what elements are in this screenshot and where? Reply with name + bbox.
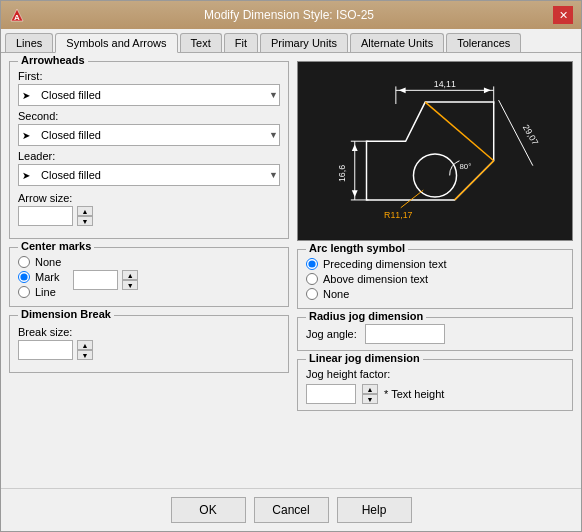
svg-text:A: A [14,13,20,22]
right-panel: 14,11 16,6 29,07 80° [297,61,573,480]
break-size-spinner-btns: ▲ ▼ [77,340,93,360]
arrow-size-up-btn[interactable]: ▲ [77,206,93,216]
svg-text:16,6: 16,6 [337,165,347,182]
preview-svg: 14,11 16,6 29,07 80° [298,62,572,240]
arc-length-group: Arc length symbol Preceding dimension te… [297,249,573,309]
break-size-down-btn[interactable]: ▼ [77,350,93,360]
arc-none-radio-row: None [306,288,564,300]
tab-alternate-units[interactable]: Alternate Units [350,33,444,52]
line-radio-label: Line [35,286,56,298]
leader-dropdown[interactable]: Closed filled [18,164,280,186]
none-radio-row: None [18,256,61,268]
leader-field-row: Leader: ➤ Closed filled ▼ [18,150,280,186]
center-marks-up-btn[interactable]: ▲ [122,270,138,280]
svg-text:14,11: 14,11 [434,79,456,89]
tabs-bar: Lines Symbols and Arrows Text Fit Primar… [1,29,581,53]
tab-text[interactable]: Text [180,33,222,52]
center-marks-inner: None Mark Line 2.5 [18,256,280,298]
linear-jog-group: Linear jog dimension Jog height factor: … [297,359,573,411]
jog-height-spinner-btns: ▲ ▼ [362,384,378,404]
break-size-row: Break size: 3.75 ▲ ▼ [18,326,280,360]
jog-angle-label: Jog angle: [306,328,357,340]
second-label: Second: [18,110,280,122]
window-title: Modify Dimension Style: ISO-25 [25,8,553,22]
break-size-label: Break size: [18,326,280,338]
arrow-size-down-btn[interactable]: ▼ [77,216,93,226]
second-dropdown[interactable]: Closed filled [18,124,280,146]
arrowheads-group-label: Arrowheads [18,54,88,66]
above-radio[interactable] [306,273,318,285]
arrow-size-spinner: 2.5 ▲ ▼ [18,206,280,226]
tab-primary-units[interactable]: Primary Units [260,33,348,52]
linear-jog-inner: Jog height factor: [306,368,564,380]
title-bar: A Modify Dimension Style: ISO-25 ✕ [1,1,581,29]
center-marks-group-label: Center marks [18,240,94,252]
arc-none-radio-label: None [323,288,349,300]
line-radio-row: Line [18,286,61,298]
arrow-size-spinner-btns: ▲ ▼ [77,206,93,226]
none-radio-label: None [35,256,61,268]
preceding-radio-label: Preceding dimension text [323,258,447,270]
none-radio[interactable] [18,256,30,268]
svg-text:80°: 80° [459,162,471,171]
break-size-input[interactable]: 3.75 [18,340,73,360]
jog-angle-input[interactable]: 45 [365,324,445,344]
cancel-button[interactable]: Cancel [254,497,329,523]
arc-none-radio[interactable] [306,288,318,300]
center-marks-group: Center marks None Mark Line [9,247,289,307]
tab-tolerances[interactable]: Tolerances [446,33,521,52]
jog-height-up-btn[interactable]: ▲ [362,384,378,394]
footer: OK Cancel Help [1,488,581,531]
mark-radio[interactable] [18,271,30,283]
preceding-radio[interactable] [306,258,318,270]
jog-height-down-btn[interactable]: ▼ [362,394,378,404]
tab-lines[interactable]: Lines [5,33,53,52]
arc-length-label: Arc length symbol [306,242,408,254]
preceding-radio-row: Preceding dimension text [306,258,564,270]
svg-text:R11,17: R11,17 [384,210,412,220]
leader-label: Leader: [18,150,280,162]
center-marks-size-wrapper: 2.5 ▲ ▼ [73,270,138,290]
dimension-break-group: Dimension Break Break size: 3.75 ▲ ▼ [9,315,289,373]
above-radio-row: Above dimension text [306,273,564,285]
first-dropdown-wrapper: ➤ Closed filled ▼ [18,84,280,106]
help-button[interactable]: Help [337,497,412,523]
main-content: Arrowheads First: ➤ Closed filled ▼ Seco… [1,53,581,488]
radius-jog-group: Radius jog dimension Jog angle: 45 [297,317,573,351]
first-dropdown[interactable]: Closed filled [18,84,280,106]
text-height-suffix: * Text height [384,388,444,400]
above-radio-label: Above dimension text [323,273,428,285]
arrow-size-row: Arrow size: 2.5 ▲ ▼ [18,192,280,226]
arrow-size-input[interactable]: 2.5 [18,206,73,226]
second-field-row: Second: ➤ Closed filled ▼ [18,110,280,146]
arrowheads-group: Arrowheads First: ➤ Closed filled ▼ Seco… [9,61,289,239]
linear-jog-spinner-row: 1.5 ▲ ▼ * Text height [306,384,564,404]
close-button[interactable]: ✕ [553,6,573,24]
tab-symbols-arrows[interactable]: Symbols and Arrows [55,33,177,53]
app-icon: A [9,7,25,23]
arc-length-radio-group: Preceding dimension text Above dimension… [306,258,564,300]
main-window: A Modify Dimension Style: ISO-25 ✕ Lines… [0,0,582,532]
linear-jog-label: Linear jog dimension [306,352,423,364]
first-field-row: First: ➤ Closed filled ▼ [18,70,280,106]
center-marks-spinner-btns: ▲ ▼ [122,270,138,290]
center-marks-radio-group: None Mark Line [18,256,61,298]
center-marks-down-btn[interactable]: ▼ [122,280,138,290]
mark-radio-row: Mark [18,271,61,283]
first-label: First: [18,70,280,82]
ok-button[interactable]: OK [171,497,246,523]
leader-dropdown-wrapper: ➤ Closed filled ▼ [18,164,280,186]
radius-jog-label: Radius jog dimension [306,310,426,322]
second-dropdown-wrapper: ➤ Closed filled ▼ [18,124,280,146]
break-size-up-btn[interactable]: ▲ [77,340,93,350]
jog-height-label: Jog height factor: [306,368,390,380]
jog-height-input[interactable]: 1.5 [306,384,356,404]
left-panel: Arrowheads First: ➤ Closed filled ▼ Seco… [9,61,289,480]
center-marks-size-input[interactable]: 2.5 [73,270,118,290]
line-radio[interactable] [18,286,30,298]
mark-radio-label: Mark [35,271,59,283]
break-size-spinner: 3.75 ▲ ▼ [18,340,280,360]
dimension-break-group-label: Dimension Break [18,308,114,320]
preview-area: 14,11 16,6 29,07 80° [297,61,573,241]
tab-fit[interactable]: Fit [224,33,258,52]
